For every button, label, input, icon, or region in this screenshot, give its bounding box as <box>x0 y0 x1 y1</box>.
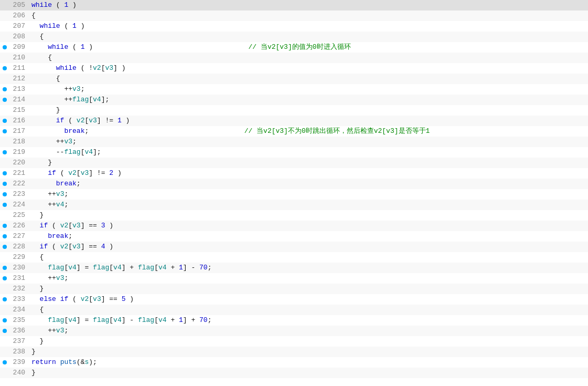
breakpoint-dot[interactable] <box>0 336 9 347</box>
breakpoint-dot[interactable] <box>0 242 9 252</box>
code-content: { <box>29 11 588 21</box>
token-var: v4 <box>113 264 122 272</box>
breakpoint-dot[interactable] <box>0 294 9 305</box>
breakpoint-dot[interactable] <box>0 126 9 137</box>
token-op: [ <box>109 316 113 324</box>
breakpoint-dot[interactable] <box>0 147 9 158</box>
breakpoint-dot[interactable] <box>0 32 9 42</box>
breakpoint-dot[interactable] <box>0 368 9 378</box>
code-content: while ( 1 ) // 当v2[v3]的值为0时进入循环 <box>29 42 588 53</box>
breakpoint-indicator <box>3 329 7 333</box>
breakpoint-dot[interactable] <box>0 263 9 273</box>
token-op: ++ <box>64 96 72 103</box>
token-kw: return <box>31 358 56 366</box>
token-op: { <box>48 54 52 61</box>
code-line: 220 } <box>0 158 588 168</box>
line-number: 212 <box>9 74 29 84</box>
token-op: ) <box>77 22 85 30</box>
line-number: 207 <box>9 21 29 32</box>
code-line: 238} <box>0 347 588 357</box>
breakpoint-dot[interactable] <box>0 252 9 263</box>
breakpoint-dot[interactable] <box>0 74 9 84</box>
breakpoint-dot[interactable] <box>0 116 9 126</box>
token-op: ; <box>64 327 68 335</box>
breakpoint-dot[interactable] <box>0 200 9 210</box>
token-op: ; <box>72 138 77 145</box>
breakpoint-dot[interactable] <box>0 137 9 147</box>
breakpoint-dot[interactable] <box>0 0 9 11</box>
breakpoint-dot[interactable] <box>0 84 9 95</box>
breakpoint-indicator <box>3 129 7 133</box>
breakpoint-dot[interactable] <box>0 21 9 32</box>
code-content: } <box>29 347 588 357</box>
token-kw: break <box>48 232 68 240</box>
token-op: } <box>31 369 36 377</box>
token-var: flag <box>93 316 109 324</box>
token-kw: break <box>56 180 77 187</box>
code-content: } <box>29 210 588 221</box>
breakpoint-dot[interactable] <box>0 158 9 168</box>
code-content: else if ( v2[v3] == 5 ) <box>29 294 588 305</box>
token-var: v4 <box>113 316 122 324</box>
breakpoint-dot[interactable] <box>0 231 9 242</box>
code-content: break; // 当v2[v3]不为0时跳出循环，然后检查v2[v3]是否等于… <box>29 126 588 137</box>
breakpoint-dot[interactable] <box>0 63 9 74</box>
token-op <box>56 295 60 303</box>
breakpoint-dot[interactable] <box>0 326 9 336</box>
line-number: 229 <box>9 252 29 263</box>
code-line: 228 if ( v2[v3] == 4 ) <box>0 242 588 252</box>
token-op: ) <box>122 117 130 124</box>
breakpoint-dot[interactable] <box>0 273 9 284</box>
breakpoint-dot[interactable] <box>0 42 9 53</box>
code-line: 217 break; // 当v2[v3]不为0时跳出循环，然后检查v2[v3]… <box>0 126 588 137</box>
token-num: 5 <box>122 295 126 303</box>
breakpoint-dot[interactable] <box>0 315 9 326</box>
breakpoint-dot[interactable] <box>0 357 9 368</box>
line-number: 222 <box>9 179 29 189</box>
code-content: --flag[v4]; <box>29 147 588 158</box>
token-var: v3 <box>72 243 81 251</box>
line-number: 209 <box>9 42 29 53</box>
token-op: ++ <box>48 327 56 335</box>
breakpoint-dot[interactable] <box>0 53 9 63</box>
token-op: ) <box>126 295 134 303</box>
breakpoint-dot[interactable] <box>0 347 9 357</box>
breakpoint-indicator <box>3 224 7 228</box>
breakpoint-dot[interactable] <box>0 305 9 315</box>
breakpoint-dot[interactable] <box>0 95 9 105</box>
breakpoint-indicator <box>3 318 7 322</box>
code-line: 215 } <box>0 105 588 116</box>
token-op: ] == <box>101 295 122 303</box>
breakpoint-dot[interactable] <box>0 210 9 221</box>
token-var: v2 <box>60 243 69 251</box>
token-kw: while <box>40 22 60 30</box>
line-number: 230 <box>9 263 29 273</box>
breakpoint-dot[interactable] <box>0 11 9 21</box>
token-var: v2 <box>81 295 89 303</box>
token-kw: if <box>60 295 69 303</box>
code-line: 216 if ( v2[v3] != 1 ) <box>0 116 588 126</box>
breakpoint-dot[interactable] <box>0 221 9 231</box>
token-op: ] == <box>81 222 101 229</box>
breakpoint-dot[interactable] <box>0 189 9 200</box>
breakpoint-dot[interactable] <box>0 168 9 179</box>
token-num: 1 <box>117 117 122 124</box>
code-content: { <box>29 252 588 263</box>
breakpoint-dot[interactable] <box>0 105 9 116</box>
code-line: 225 } <box>0 210 588 221</box>
token-op: [ <box>89 96 93 103</box>
line-number: 215 <box>9 105 29 116</box>
breakpoint-dot[interactable] <box>0 179 9 189</box>
code-content: while ( 1 ) <box>29 0 588 11</box>
code-content: break; <box>29 231 588 242</box>
token-var: v3 <box>105 64 113 72</box>
token-num: 70 <box>199 316 208 324</box>
breakpoint-dot[interactable] <box>0 284 9 294</box>
code-line: 211 while ( !v2[v3] ) <box>0 63 588 74</box>
token-var: flag <box>48 264 64 272</box>
breakpoint-indicator <box>3 171 7 175</box>
breakpoint-indicator <box>3 245 7 249</box>
token-op: ; <box>68 232 72 240</box>
token-var: v2 <box>77 117 85 124</box>
token-op: ] == <box>81 243 101 251</box>
